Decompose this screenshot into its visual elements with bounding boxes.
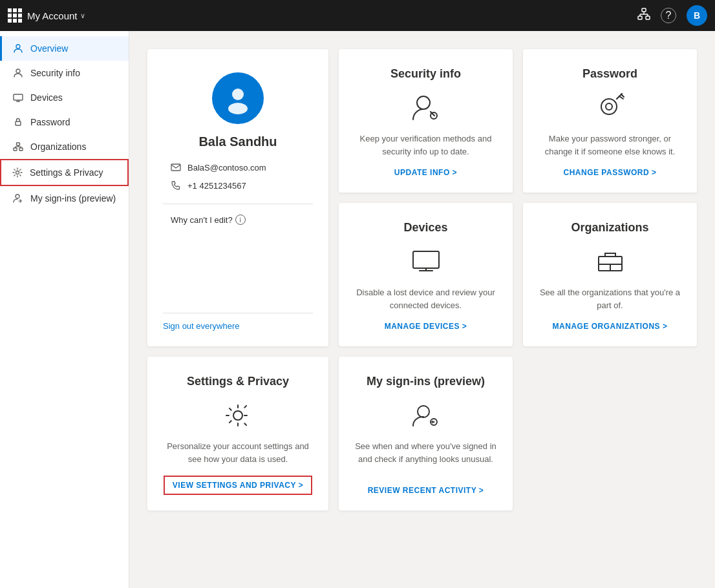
svg-rect-25: [171, 164, 180, 171]
sidebar-item-organizations[interactable]: Organizations: [0, 134, 129, 159]
settings-card-title: Settings & Privacy: [187, 375, 289, 388]
security-card-link[interactable]: UPDATE INFO >: [394, 168, 457, 177]
orgs-card-link[interactable]: MANAGE ORGANIZATIONS >: [553, 322, 668, 331]
sidebar-item-devices[interactable]: Devices: [0, 85, 129, 110]
sidebar-signins-label: My sign-ins (preview): [30, 193, 116, 204]
security-info-card: Security info Keep your verification met…: [339, 49, 513, 193]
security-card-icon: [409, 91, 443, 125]
svg-rect-1: [638, 16, 642, 19]
orgs-card-desc: See all the organizations that you're a …: [539, 286, 681, 311]
grid-icon[interactable]: [8, 8, 22, 23]
overview-icon: [12, 43, 24, 54]
sidebar-orgs-label: Organizations: [30, 142, 86, 152]
user-avatar-button[interactable]: B: [687, 5, 707, 26]
devices-card-icon: [408, 245, 444, 278]
password-card-icon-area: [593, 91, 627, 125]
devices-card-title: Devices: [403, 221, 447, 235]
sidebar-item-settings-privacy[interactable]: Settings & Privacy: [0, 159, 129, 186]
svg-rect-13: [14, 148, 17, 151]
sign-out-divider: [163, 313, 313, 313]
svg-point-39: [233, 411, 242, 420]
title-chevron: ∨: [80, 12, 85, 20]
organizations-card: Organizations See all the organizations …: [523, 203, 697, 346]
devices-card-desc: Disable a lost device and review your co…: [354, 286, 497, 311]
security-card-title: Security info: [390, 67, 461, 81]
svg-point-28: [601, 99, 617, 114]
why-cant-edit[interactable]: Why can't I edit? i: [163, 215, 246, 225]
layout: Overview Security info Devic: [0, 31, 715, 588]
org-hierarchy-icon[interactable]: [637, 8, 650, 24]
svg-point-24: [228, 103, 248, 114]
orgs-card-title: Organizations: [571, 221, 648, 235]
security-card-desc: Keep your verification methods and secur…: [354, 132, 497, 158]
profile-divider: [163, 204, 313, 204]
svg-point-23: [232, 89, 244, 100]
topbar-left: My Account ∨: [8, 8, 85, 23]
svg-rect-12: [16, 121, 21, 125]
svg-point-40: [418, 406, 429, 417]
sign-out-link[interactable]: Sign out everywhere: [163, 321, 240, 331]
my-signins-card: My sign-ins (preview) See when and where…: [339, 357, 513, 510]
sidebar-item-password[interactable]: Password: [0, 110, 129, 134]
password-card-title: Password: [582, 67, 637, 81]
settings-card-link[interactable]: VIEW SETTINGS AND PRIVACY >: [164, 476, 312, 495]
svg-rect-0: [642, 8, 646, 12]
settings-card-desc: Personalize your account settings and se…: [163, 440, 313, 465]
help-icon[interactable]: ?: [661, 8, 676, 23]
svg-rect-2: [646, 16, 650, 19]
security-info-icon: [12, 67, 24, 79]
password-card: Password Make your password stronger, or…: [523, 49, 697, 193]
svg-point-29: [606, 103, 612, 110]
security-card-icon-area: [409, 91, 443, 125]
profile-phone: +1 4251234567: [171, 180, 246, 191]
devices-card-icon-area: [408, 245, 444, 278]
settings-card-icon: [220, 399, 256, 432]
signins-card-icon-area: [408, 399, 444, 432]
signins-card-link[interactable]: REVIEW RECENT ACTIVITY >: [368, 486, 484, 495]
profile-card: Bala Sandhu BalaS@contoso.com +1 4251: [147, 49, 328, 346]
profile-avatar: [212, 72, 264, 124]
phone-icon: [171, 180, 181, 191]
devices-card-link[interactable]: MANAGE DEVICES >: [385, 322, 467, 331]
main-content: Bala Sandhu BalaS@contoso.com +1 4251: [129, 31, 715, 588]
signins-card-title: My sign-ins (preview): [367, 375, 485, 388]
password-icon: [12, 116, 24, 128]
settings-privacy-card: Settings & Privacy Personalize your acco…: [147, 357, 328, 510]
orgs-card-icon: [592, 245, 628, 278]
signins-card-icon: [408, 399, 444, 432]
topbar: My Account ∨ ? B: [0, 0, 715, 31]
orgs-card-icon-area: [592, 245, 628, 278]
app-title[interactable]: My Account ∨: [27, 10, 85, 21]
settings-card-icon-area: [220, 399, 256, 432]
svg-point-20: [16, 171, 19, 174]
email-icon: [171, 162, 181, 173]
svg-rect-33: [413, 251, 439, 268]
svg-line-31: [619, 96, 623, 99]
signins-card-desc: See when and where you've signed in and …: [354, 440, 497, 465]
password-card-link[interactable]: CHANGE PASSWORD >: [564, 168, 657, 177]
sidebar-password-label: Password: [30, 117, 70, 127]
organizations-icon: [12, 141, 24, 152]
info-icon: i: [235, 215, 246, 225]
profile-info: BalaS@contoso.com +1 4251234567: [163, 162, 313, 191]
devices-card: Devices Disable a lost device and review…: [339, 203, 513, 346]
svg-rect-9: [14, 94, 23, 100]
sidebar-overview-label: Overview: [30, 43, 68, 54]
sidebar-settings-label: Settings & Privacy: [30, 167, 103, 178]
sidebar-item-my-signins[interactable]: My sign-ins (preview): [0, 186, 129, 211]
empty-placeholder: [523, 357, 697, 510]
svg-rect-14: [19, 148, 23, 151]
signins-icon: [12, 193, 24, 204]
bottom-cards-row: Settings & Privacy Personalize your acco…: [147, 357, 697, 510]
svg-line-32: [621, 94, 624, 97]
sidebar-security-label: Security info: [30, 68, 80, 78]
sidebar-item-security-info[interactable]: Security info: [0, 61, 129, 85]
profile-name: Bala Sandhu: [198, 134, 277, 149]
sidebar-item-overview[interactable]: Overview: [0, 36, 129, 61]
sidebar: Overview Security info Devic: [0, 31, 129, 588]
svg-point-26: [417, 96, 430, 109]
cards-grid: Bala Sandhu BalaS@contoso.com +1 4251: [147, 49, 697, 346]
svg-rect-15: [17, 143, 20, 145]
topbar-right: ? B: [637, 5, 707, 26]
sidebar-devices-label: Devices: [30, 92, 63, 103]
